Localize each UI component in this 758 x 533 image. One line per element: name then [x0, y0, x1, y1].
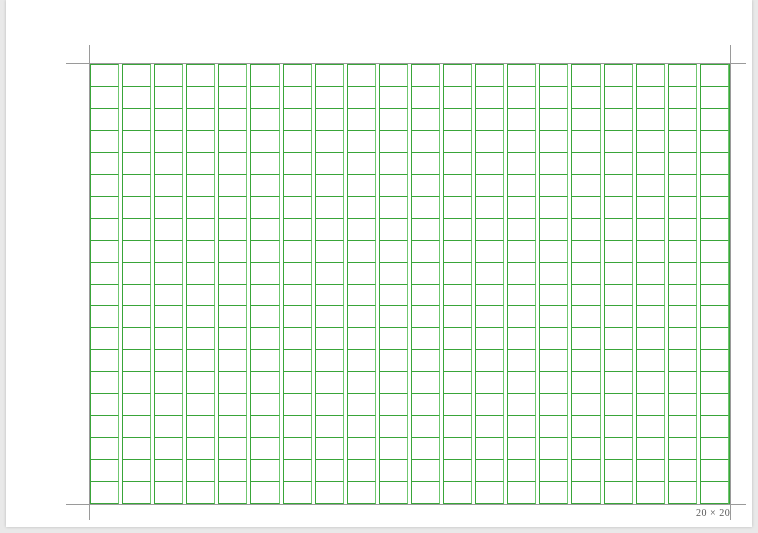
grid-cell	[701, 262, 729, 284]
grid-cell	[637, 349, 665, 371]
grid-cell	[91, 481, 119, 504]
grid-cell	[284, 174, 312, 196]
grid-cell	[187, 240, 215, 262]
grid-cell	[444, 371, 472, 393]
grid-cell	[348, 371, 376, 393]
grid-cell	[572, 64, 600, 86]
grid-cell	[91, 459, 119, 481]
grid-cell	[508, 196, 536, 218]
grid-cell	[219, 174, 247, 196]
grid-cell	[316, 196, 344, 218]
grid-cell	[637, 218, 665, 240]
grid-cell	[91, 196, 119, 218]
grid-cell	[508, 415, 536, 437]
grid-cell	[91, 393, 119, 415]
grid-cell	[316, 349, 344, 371]
grid-cell	[284, 262, 312, 284]
grid-cell	[251, 108, 279, 130]
grid-cell	[572, 218, 600, 240]
grid-cell	[572, 415, 600, 437]
grid-cell	[284, 327, 312, 349]
grid-cell	[572, 371, 600, 393]
grid-cell	[187, 64, 215, 86]
grid-cell	[637, 152, 665, 174]
grid-cell	[316, 262, 344, 284]
grid-cell	[155, 108, 183, 130]
grid-cell	[219, 371, 247, 393]
grid-cell	[605, 305, 633, 327]
grid-cell	[123, 349, 151, 371]
grid-cell	[284, 130, 312, 152]
grid-cell	[669, 284, 697, 306]
grid-cell	[701, 349, 729, 371]
grid-column	[122, 64, 151, 504]
grid-cell	[572, 108, 600, 130]
grid-cell	[701, 64, 729, 86]
grid-column	[411, 64, 440, 504]
grid-cell	[251, 284, 279, 306]
grid-cell	[284, 284, 312, 306]
grid-column	[90, 64, 119, 504]
grid-cell	[219, 64, 247, 86]
grid-cell	[476, 240, 504, 262]
grid-cell	[701, 218, 729, 240]
grid-cell	[155, 305, 183, 327]
grid-cell	[284, 218, 312, 240]
grid-cell	[444, 86, 472, 108]
grid-cell	[412, 262, 440, 284]
grid-cell	[91, 240, 119, 262]
grid-cell	[701, 86, 729, 108]
grid-cell	[155, 415, 183, 437]
grid-cell	[348, 152, 376, 174]
document-page: 20 × 20	[6, 0, 752, 527]
grid-cell	[476, 108, 504, 130]
grid-cell	[348, 437, 376, 459]
grid-cell	[572, 262, 600, 284]
grid-cell	[316, 459, 344, 481]
grid-cell	[155, 349, 183, 371]
grid-cell	[508, 174, 536, 196]
grid-cell	[251, 371, 279, 393]
grid-cell	[540, 174, 568, 196]
grid-cell	[251, 305, 279, 327]
grid-cell	[637, 284, 665, 306]
grid-cell	[540, 305, 568, 327]
grid-cell	[284, 64, 312, 86]
grid-cell	[316, 371, 344, 393]
grid-column	[604, 64, 633, 504]
grid-cell	[219, 284, 247, 306]
grid-cell	[91, 305, 119, 327]
grid-cell	[123, 481, 151, 504]
grid-cell	[251, 262, 279, 284]
grid-cell	[155, 481, 183, 504]
grid-cell	[605, 218, 633, 240]
grid-cell	[412, 305, 440, 327]
grid-cell	[637, 481, 665, 504]
grid-cell	[476, 152, 504, 174]
grid-cell	[508, 108, 536, 130]
grid-cell	[669, 174, 697, 196]
grid-cell	[380, 64, 408, 86]
grid-cell	[476, 86, 504, 108]
grid-column	[154, 64, 183, 504]
grid-cell	[637, 305, 665, 327]
grid-cell	[219, 86, 247, 108]
grid-cell	[476, 481, 504, 504]
grid-cell	[412, 371, 440, 393]
grid-cell	[155, 262, 183, 284]
grid-cell	[251, 130, 279, 152]
grid-column	[315, 64, 344, 504]
grid-cell	[605, 371, 633, 393]
grid-cell	[348, 64, 376, 86]
grid-cell	[316, 108, 344, 130]
grid-cell	[187, 393, 215, 415]
grid-cell	[284, 459, 312, 481]
grid-cell	[380, 108, 408, 130]
grid-cell	[187, 218, 215, 240]
grid-cell	[316, 174, 344, 196]
grid-cell	[508, 305, 536, 327]
grid-cell	[701, 437, 729, 459]
grid-cell	[701, 284, 729, 306]
grid-cell	[540, 371, 568, 393]
grid-cell	[508, 152, 536, 174]
